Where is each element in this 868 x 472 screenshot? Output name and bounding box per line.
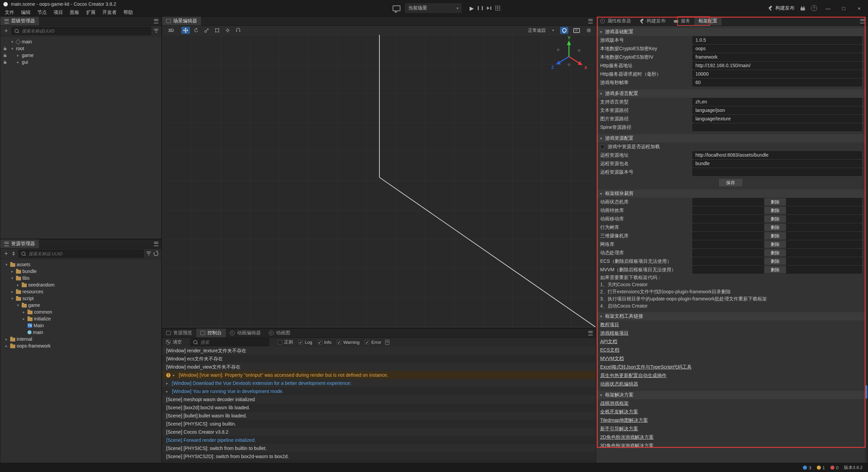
doc-link[interactable]: API文档 [600,339,617,345]
section-header[interactable]: ▾游戏多语言配置 [596,90,865,98]
chevron-right-icon[interactable]: ▸ [16,283,20,287]
assets-search-input[interactable] [28,251,141,257]
tree-node[interactable]: ▾root [0,45,161,52]
menu-item[interactable]: 编辑 [18,8,34,16]
tab-build[interactable]: 构建发布 [635,17,670,25]
menu-item[interactable]: 扩展 [83,8,99,16]
field-input[interactable]: oops [692,45,862,53]
tree-node[interactable]: ▸gui [0,59,161,65]
field-input[interactable]: 60 [692,79,862,86]
chevron-right-icon[interactable]: ▸ [10,269,15,274]
doc-link[interactable]: MVVM文档 [600,356,624,362]
tree-node[interactable]: ▾main [0,38,161,45]
tab-scene-editor[interactable]: 场景编辑器 [162,17,201,25]
plugin-icon[interactable] [801,7,805,11]
log-row[interactable]: [Window] ecs文件夹不存在 [162,355,595,363]
log-row[interactable]: [Scene] [bullet]:bullet wasm lib loaded. [162,412,595,420]
tab-anim-graph[interactable]: 动画图 [265,329,294,337]
field-input[interactable]: bundle [692,160,862,168]
checkbox-error[interactable]: ✓ [365,340,369,345]
chevron-down-icon[interactable]: ▾ [10,40,15,44]
chevron-right-icon[interactable]: ▸ [173,371,176,379]
chevron-down-icon[interactable]: ▾ [4,262,9,267]
tree-node[interactable]: ▸common [0,309,161,315]
filter-icon[interactable] [154,29,158,33]
field-input[interactable]: language/json [692,106,862,114]
pause-button[interactable] [478,6,483,10]
rotate-tool-icon[interactable] [192,27,200,34]
maximize-button[interactable]: □ [839,5,848,11]
delete-button[interactable]: 删除 [764,266,786,274]
doc-link[interactable]: Tiledmap地图解决方案 [600,417,648,424]
add-node-button[interactable]: + [3,26,9,35]
log-row[interactable]: ▸[Window] Download the Vue Devtools exte… [162,379,595,387]
tree-node[interactable]: ▾script [0,295,161,302]
delete-button[interactable]: 删除 [764,215,786,223]
hierarchy-search-input[interactable] [21,28,148,34]
view-mode-dropdown[interactable]: 正常追踪 ▾ [526,27,556,34]
tree-node[interactable]: TSMain [0,322,161,329]
tree-node[interactable]: ▸seedrandom [0,281,161,288]
editor-preview-icon[interactable] [495,6,500,11]
field-input[interactable]: http://localhost:8083/assets/bundle [692,151,862,159]
axis-gizmo[interactable]: Y X Z [549,36,589,77]
log-row[interactable]: [Scene] meshopt wasm decoder initialized [162,395,595,404]
section-header[interactable]: ▾框架模块裁剪 [596,190,865,198]
scene-canvas[interactable]: Y X Z [162,35,595,328]
delete-button[interactable]: 删除 [764,223,786,231]
delete-button[interactable]: 删除 [764,257,786,265]
tab-none[interactable]: 框架配置 [694,17,722,25]
menu-item[interactable]: 节点 [34,8,50,16]
doc-link[interactable]: 新手引导解决方案 [600,426,638,432]
section-header[interactable]: ▾游戏基础配置 [596,28,865,36]
console-search-input[interactable] [200,339,266,345]
chevron-right-icon[interactable]: ▸ [16,60,20,64]
section-header[interactable]: ▾框架文档工具链接 [596,312,865,320]
checkbox-info[interactable]: ✓ [318,340,322,345]
tab-preview[interactable]: 资源预览 [162,329,196,337]
chevron-down-icon[interactable]: ▾ [16,303,20,308]
log-row[interactable]: [Scene] Cocos Creator v3.8.2 [162,428,595,436]
tree-node[interactable]: ▸internal [0,336,161,342]
doc-link[interactable]: 游戏模板项目 [600,330,629,336]
delete-button[interactable]: 删除 [764,206,786,214]
field-input[interactable]: language/texture [692,115,862,123]
field-input[interactable]: http://192.168.0.150/main/ [692,62,862,70]
field-input[interactable]: framework [692,53,862,61]
help-icon[interactable]: ? [811,5,817,11]
scene-light-icon[interactable] [560,27,568,34]
tab-assets[interactable]: 资源管理器 [0,239,39,248]
tree-node[interactable]: ▾libs [0,275,161,281]
log-row[interactable]: [Scene] [PHYSICS]: switch from builtin t… [162,444,595,452]
chevron-down-icon[interactable]: ▾ [10,296,15,301]
sort-icon[interactable] [12,252,16,256]
tree-node[interactable]: ▸bundle [0,268,161,275]
chevron-down-icon[interactable]: ▾ [10,276,15,280]
status-count[interactable]: 1 [817,465,825,470]
preview-target-icon[interactable] [393,5,400,11]
delete-button[interactable]: 删除 [764,232,786,240]
tree-node[interactable]: main [0,329,161,336]
panel-menu-icon[interactable] [860,19,865,23]
doc-link[interactable]: 动画状态机编辑器 [600,381,638,387]
snap-tool-icon[interactable] [234,27,242,34]
tree-node[interactable]: ▸initialize [0,315,161,322]
export-log-icon[interactable] [385,340,389,345]
panel-menu-icon[interactable] [154,242,158,246]
build-publish-button[interactable]: 构建发布 [768,5,794,11]
chevron-right-icon[interactable]: ▸ [16,53,20,58]
log-row[interactable]: [Window] model_view文件夹不存在 [162,363,595,371]
console-log-list[interactable]: [Window] render_texture文件夹不存在[Window] ec… [162,347,595,463]
chevron-down-icon[interactable]: ▾ [10,46,15,51]
status-count[interactable]: 0 [830,465,839,470]
scrollbar-thumb[interactable] [865,385,867,399]
3d-toggle-button[interactable]: 3D [165,27,177,34]
field-input[interactable]: zh,en [692,98,862,106]
doc-link[interactable]: 教程项目 [600,322,619,328]
checkbox-log[interactable]: ✓ [298,340,303,345]
add-asset-button[interactable]: + [3,249,9,258]
delete-button[interactable]: 删除 [764,198,786,206]
play-button[interactable]: ▶ [470,5,474,12]
tab-console[interactable]: 控制台 [196,329,226,337]
chevron-right-icon[interactable]: ▸ [21,317,26,321]
